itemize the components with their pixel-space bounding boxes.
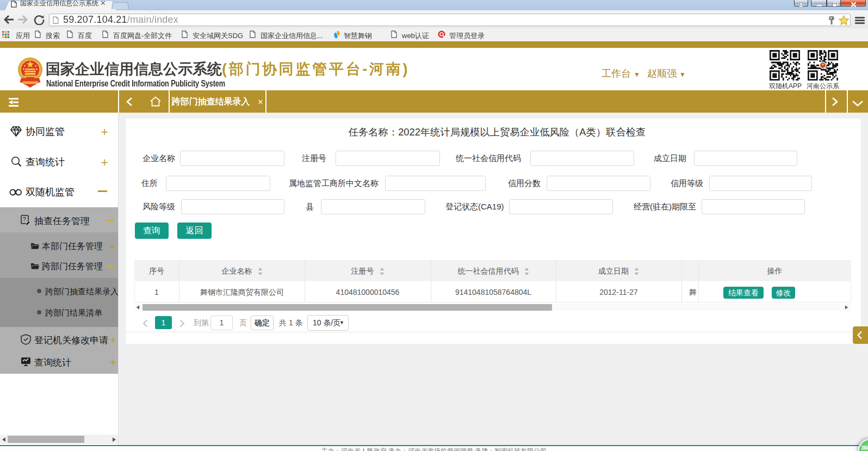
svg-text:?: ? [23, 217, 26, 223]
